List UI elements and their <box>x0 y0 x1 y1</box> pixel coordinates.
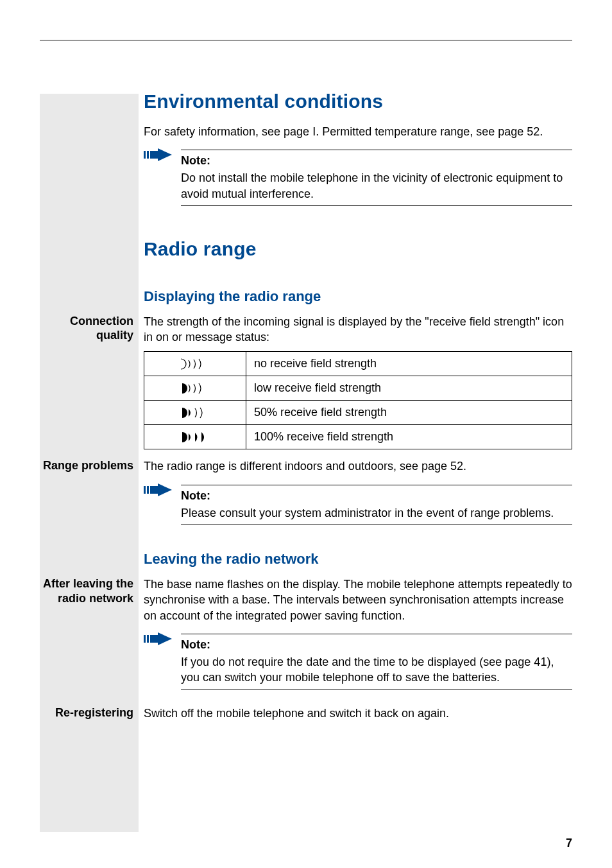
note-range: Note: Please consult your system adminis… <box>144 481 572 529</box>
table-row: 50% receive field strength <box>144 401 572 425</box>
heading-radio-range: Radio range <box>144 238 572 260</box>
svg-rect-0 <box>144 151 146 159</box>
svg-marker-7 <box>158 483 172 496</box>
svg-rect-5 <box>147 486 149 494</box>
paragraph-connection-quality: The strength of the incoming signal is d… <box>144 314 572 345</box>
svg-rect-6 <box>150 486 158 494</box>
signal-icon-low <box>144 376 246 401</box>
note-label: Note: <box>181 638 572 652</box>
note-arrow-icon <box>144 632 172 645</box>
table-row: 100% receive field strength <box>144 425 572 449</box>
note-env-text: Do not install the mobile telephone in t… <box>181 170 572 202</box>
svg-rect-4 <box>144 486 146 494</box>
signal-desc: 50% receive field strength <box>246 401 572 425</box>
note-leaving-text: If you do not require the date and the t… <box>181 654 572 686</box>
svg-rect-9 <box>147 635 149 643</box>
label-connection-quality-l1: Connection <box>70 315 133 327</box>
label-after-leaving-l1: After leaving the <box>43 577 133 590</box>
note-arrow-icon <box>144 483 172 496</box>
signal-icon-none <box>144 352 246 376</box>
note-range-text: Please consult your system administrator… <box>181 505 572 521</box>
label-re-registering: Re-registering <box>40 706 133 720</box>
signal-desc: low receive field strength <box>246 376 572 401</box>
top-rule <box>40 40 572 40</box>
note-label: Note: <box>181 154 572 168</box>
signal-desc: 100% receive field strength <box>246 425 572 449</box>
signal-icon-full <box>144 425 246 449</box>
subheading-displaying-radio-range: Displaying the radio range <box>144 288 572 305</box>
svg-rect-10 <box>150 635 158 643</box>
label-connection-quality-l2: quality <box>96 329 133 342</box>
paragraph-env-intro: For safety information, see page I. Perm… <box>144 124 572 139</box>
label-after-leaving: After leaving the radio network <box>40 577 133 605</box>
paragraph-re-registering: Switch off the mobile telephone and swit… <box>144 706 572 721</box>
paragraph-after-leaving: The base name flashes on the display. Th… <box>144 577 572 623</box>
subheading-leaving-radio-network: Leaving the radio network <box>144 551 572 568</box>
heading-environmental-conditions: Environmental conditions <box>144 91 572 112</box>
signal-desc: no receive field strength <box>246 352 572 376</box>
signal-icon-half <box>144 401 246 425</box>
svg-marker-3 <box>158 148 172 161</box>
label-after-leaving-l2: radio network <box>58 592 133 605</box>
note-leaving: Note: If you do not require the date and… <box>144 630 572 694</box>
label-range-problems: Range problems <box>40 458 133 473</box>
note-env: Note: Do not install the mobile telephon… <box>144 146 572 210</box>
svg-rect-2 <box>150 151 158 159</box>
svg-rect-1 <box>147 151 149 159</box>
paragraph-range-problems: The radio range is different indoors and… <box>144 458 572 474</box>
signal-strength-table: no receive field strength low receive fi… <box>144 351 572 449</box>
svg-marker-11 <box>158 632 172 645</box>
label-connection-quality: Connection quality <box>40 314 133 343</box>
note-arrow-icon <box>144 148 172 161</box>
table-row: no receive field strength <box>144 352 572 376</box>
table-row: low receive field strength <box>144 376 572 401</box>
svg-rect-8 <box>144 635 146 643</box>
note-label: Note: <box>181 489 572 503</box>
page-number: 7 <box>566 837 572 850</box>
